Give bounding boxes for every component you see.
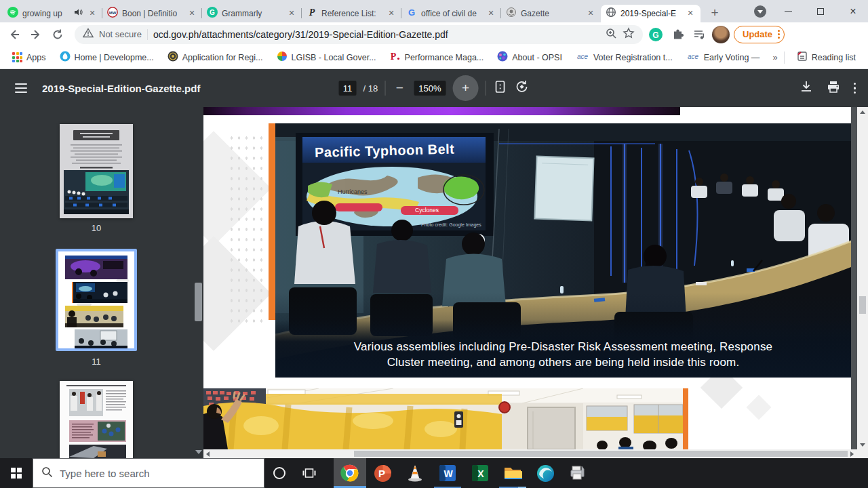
taskbar-chrome-button[interactable] (334, 458, 366, 488)
bookmarks-overflow-button[interactable]: » (772, 52, 776, 62)
vertical-scrollbar-thumb[interactable] (859, 296, 866, 314)
zoom-out-button[interactable]: − (392, 81, 407, 96)
bookmark-application-regi[interactable]: Application for Regi... (162, 49, 269, 66)
tab-audio-icon[interactable] (73, 7, 83, 20)
reload-button[interactable] (49, 26, 66, 43)
window-maximize-button[interactable] (806, 0, 835, 22)
taskbar-excel-button[interactable]: X (464, 458, 496, 488)
edge-icon (536, 464, 555, 483)
zoom-in-button[interactable]: + (452, 75, 478, 101)
taskbar-word-button[interactable]: W (431, 458, 464, 488)
reading-list-button[interactable]: Reading list (791, 49, 861, 66)
window-close-button[interactable]: × (838, 0, 868, 22)
scroll-up-icon[interactable] (860, 110, 865, 114)
thumbnail-page-12-preview (60, 381, 133, 458)
svg-text:P: P (309, 7, 315, 18)
extensions-puzzle-icon[interactable] (669, 26, 686, 43)
thumbnail-page-12[interactable] (60, 381, 133, 458)
horizontal-scrollbar[interactable] (203, 449, 857, 458)
browser-menu-icon[interactable] (778, 30, 780, 39)
bookmarks-bar: Apps Home | Developme... Application for… (0, 46, 868, 69)
pdf-more-options-icon[interactable] (854, 83, 856, 94)
thumbnail-page-11-selected[interactable] (56, 249, 137, 351)
tab-grammarly[interactable]: G Grammarly × (202, 5, 302, 22)
bookmark-label: Performance Maga... (405, 53, 484, 62)
bookmark-label: Voter Registration t... (593, 53, 673, 62)
url-text[interactable]: ocd.gov.ph/attachments/category/31/2019-… (153, 29, 599, 40)
forward-button[interactable] (27, 26, 45, 43)
tab-close-button[interactable]: × (186, 8, 197, 19)
address-bar[interactable]: Not secure ocd.gov.ph/attachments/catego… (75, 25, 643, 44)
rotate-button[interactable] (514, 79, 529, 97)
bookmark-apps[interactable]: Apps (7, 49, 52, 66)
search-input[interactable] (60, 468, 236, 479)
zoom-page-icon[interactable] (605, 27, 617, 42)
sidebar-scroll-down-icon[interactable] (195, 450, 202, 454)
tab-reference-list[interactable]: P Reference List: × (302, 5, 401, 22)
taskbar-edge-button[interactable] (529, 458, 561, 488)
page-number-input[interactable]: 11 (339, 81, 357, 96)
taskbar-file-explorer-button[interactable] (496, 458, 529, 488)
bookmark-about-opsi[interactable]: About - OPSI (492, 49, 568, 66)
bookmark-star-icon[interactable] (623, 27, 635, 42)
tab-close-button[interactable]: × (286, 8, 297, 19)
download-icon[interactable] (800, 80, 813, 96)
security-label[interactable]: Not secure (99, 29, 142, 39)
tab-close-button[interactable]: × (685, 8, 696, 19)
bookmark-voter-registration[interactable]: ace Voter Registration t... (570, 49, 678, 66)
taskbar-vlc-button[interactable] (399, 458, 431, 488)
bookmark-early-voting[interactable]: ace Early Voting — (681, 49, 766, 66)
grammarly-extension-icon[interactable]: G (647, 26, 665, 43)
omnibox-divider (147, 29, 148, 40)
taskbar-search[interactable] (33, 458, 264, 488)
scroll-right-icon[interactable] (850, 451, 854, 457)
taskbar-fax-printer-button[interactable] (561, 458, 594, 488)
tab-pdf-active[interactable]: 2019-Special-E × (601, 5, 701, 22)
bookmark-performance-maga[interactable]: P Performance Maga... (384, 49, 490, 66)
sidebar-scrollbar-thumb[interactable] (195, 283, 202, 321)
bookmark-label: LGISB - Local Gover... (292, 53, 376, 62)
vertical-scrollbar[interactable] (857, 107, 868, 458)
scroll-down-icon[interactable] (860, 443, 865, 447)
tab-close-button[interactable]: × (585, 8, 596, 19)
vlc-icon (406, 464, 424, 482)
thumbnail-page-11-label[interactable]: 11 (56, 357, 137, 367)
start-button[interactable] (0, 458, 33, 488)
zoom-level[interactable]: 150% (414, 81, 446, 96)
new-tab-button[interactable]: + (705, 4, 724, 23)
file-explorer-icon (503, 465, 522, 481)
horizontal-scrollbar-thumb[interactable] (354, 451, 848, 457)
update-button[interactable]: Update (734, 26, 785, 43)
tab-search-button[interactable] (754, 5, 766, 18)
svg-text:G: G (408, 7, 415, 18)
gazette-seal-icon (506, 7, 517, 20)
taskbar-powerpoint-button[interactable]: P (366, 458, 399, 488)
svg-text:MW: MW (109, 11, 117, 15)
svg-text:P: P (390, 52, 396, 62)
tab-close-button[interactable]: × (486, 8, 496, 19)
tab-close-button[interactable]: × (87, 8, 98, 19)
tab-close-button[interactable]: × (386, 8, 397, 19)
search-icon (41, 466, 53, 481)
tab-title: Gazette (521, 9, 581, 18)
update-label: Update (743, 29, 772, 39)
tab-google-search[interactable]: G office of civil de × (401, 5, 501, 22)
pdf-menu-icon[interactable] (15, 83, 27, 93)
thumbnail-page-10[interactable] (60, 124, 133, 218)
scroll-left-icon[interactable] (206, 451, 210, 457)
print-icon[interactable] (827, 80, 840, 96)
tab-spotify[interactable]: growing up × (3, 5, 102, 22)
window-minimize-button[interactable] (773, 0, 803, 22)
cortana-button[interactable] (264, 458, 294, 488)
fit-page-button[interactable] (492, 79, 507, 97)
thumbnail-page-10-label[interactable]: 10 (60, 223, 133, 233)
task-view-button[interactable] (294, 458, 324, 488)
bookmark-home-developme[interactable]: Home | Developme... (54, 49, 159, 66)
tab-merriam-webster[interactable]: MW Boon | Definitio × (102, 5, 202, 22)
back-button[interactable] (5, 26, 23, 43)
tab-gazette[interactable]: Gazette × (501, 5, 601, 22)
bookmark-lgisb[interactable]: LGISB - Local Gover... (271, 49, 382, 66)
page-total: / 18 (363, 83, 378, 94)
profile-avatar[interactable] (712, 26, 730, 43)
media-controls-icon[interactable] (690, 26, 708, 43)
